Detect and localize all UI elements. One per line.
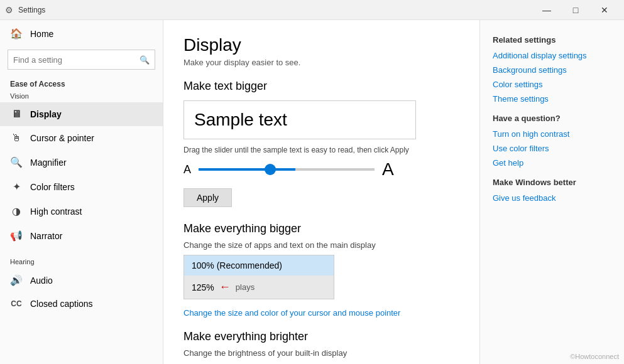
make-everything-brighter-heading: Make everything brighter	[183, 330, 459, 343]
sidebar-item-cursor[interactable]: 🖱 Cursor & pointer	[0, 126, 163, 150]
slider-max-label: A	[382, 159, 394, 179]
page-title: Display	[183, 35, 459, 55]
window-title: Settings	[18, 6, 532, 14]
text-size-slider-row: A A	[183, 159, 459, 179]
home-label: Home	[30, 29, 53, 39]
theme-settings-link[interactable]: Theme settings	[493, 94, 611, 104]
sidebar-item-closed-captions[interactable]: CC Closed captions	[0, 292, 163, 315]
sidebar-color-filters-label: Color filters	[30, 182, 75, 192]
titlebar: ⚙ Settings — □ ✕	[0, 0, 624, 20]
have-question-title: Have a question?	[493, 114, 611, 123]
give-feedback-link[interactable]: Give us feedback	[493, 193, 611, 203]
scale-option-100[interactable]: 100% (Recommended)	[184, 255, 334, 276]
minimize-button[interactable]: —	[532, 0, 561, 20]
close-button[interactable]: ✕	[590, 0, 619, 20]
make-text-bigger-heading: Make text bigger	[183, 80, 459, 93]
slider-min-label: A	[183, 163, 191, 176]
everything-bigger-desc: Change the size of apps and text on the …	[183, 240, 459, 250]
sidebar-magnifier-label: Magnifier	[30, 158, 67, 168]
additional-display-link[interactable]: Additional display settings	[493, 51, 611, 60]
color-filters-icon: ✦	[10, 181, 23, 193]
plays-text: plays	[236, 282, 255, 292]
sidebar-narrator-label: Narrator	[30, 231, 62, 241]
search-icon: 🔍	[134, 55, 155, 65]
background-settings-link[interactable]: Background settings	[493, 65, 611, 75]
sample-text-box: Sample text	[183, 100, 416, 139]
app-icon: ⚙	[5, 5, 13, 15]
cursor-icon: 🖱	[10, 132, 23, 144]
scale-option-125[interactable]: 125% ← plays	[184, 276, 334, 299]
color-settings-link[interactable]: Color settings	[493, 80, 611, 89]
maximize-button[interactable]: □	[561, 0, 590, 20]
sidebar-cursor-label: Cursor & pointer	[30, 133, 94, 143]
brightness-section: Make everything brighter Change the brig…	[183, 330, 459, 364]
sidebar: 🏠 Home 🔍 Ease of Access Vision 🖥 Display…	[0, 20, 163, 364]
arrow-icon: ←	[219, 281, 231, 294]
make-everything-bigger-heading: Make everything bigger	[183, 222, 459, 235]
search-container: 🔍	[8, 50, 155, 70]
display-icon: 🖥	[10, 109, 23, 120]
sidebar-high-contrast-label: High contrast	[30, 206, 82, 217]
sidebar-audio-label: Audio	[30, 276, 53, 286]
sidebar-item-narrator[interactable]: 📢 Narrator	[0, 223, 163, 248]
audio-icon: 🔊	[10, 274, 23, 286]
ease-of-access-label: Ease of Access	[0, 75, 163, 91]
window-controls: — □ ✕	[532, 0, 619, 20]
closed-captions-icon: CC	[10, 299, 23, 308]
high-contrast-icon: ◑	[10, 205, 23, 217]
sidebar-item-audio[interactable]: 🔊 Audio	[0, 268, 163, 292]
make-windows-better-title: Make Windows better	[493, 178, 611, 187]
sidebar-item-color-filters[interactable]: ✦ Color filters	[0, 174, 163, 199]
scale-dropdown: 100% (Recommended) 125% ← plays	[183, 255, 334, 299]
hearing-label: Hearing	[0, 253, 163, 268]
slider-instruction: Drag the slider until the sample text is…	[183, 146, 459, 154]
vision-label: Vision	[0, 91, 163, 102]
turn-on-contrast-link[interactable]: Turn on high contrast	[493, 129, 611, 139]
sidebar-captions-label: Closed captions	[30, 299, 93, 309]
brightness-desc: Change the brightness of your built-in d…	[183, 348, 459, 358]
search-input[interactable]	[8, 55, 134, 65]
home-icon: 🏠	[10, 28, 23, 40]
sidebar-display-label: Display	[30, 109, 62, 119]
right-panel: Related settings Additional display sett…	[479, 20, 624, 364]
related-settings-title: Related settings	[493, 35, 611, 45]
narrator-icon: 📢	[10, 230, 23, 242]
sidebar-item-high-contrast[interactable]: ◑ High contrast	[0, 199, 163, 223]
magnifier-icon: 🔍	[10, 156, 23, 168]
main-content: Display Make your display easier to see.…	[163, 20, 479, 364]
get-help-link[interactable]: Get help	[493, 158, 611, 168]
text-size-slider[interactable]	[199, 168, 375, 171]
sample-text: Sample text	[194, 110, 287, 129]
watermark: ©Howtoconnect	[570, 353, 619, 360]
sidebar-item-magnifier[interactable]: 🔍 Magnifier	[0, 150, 163, 174]
sidebar-home-item[interactable]: 🏠 Home	[0, 20, 163, 47]
cursor-link[interactable]: Change the size and color of your cursor…	[183, 308, 459, 318]
use-color-filters-link[interactable]: Use color filters	[493, 144, 611, 153]
sidebar-item-display[interactable]: 🖥 Display	[0, 102, 163, 126]
page-subtitle: Make your display easier to see.	[183, 58, 459, 67]
apply-button[interactable]: Apply	[183, 188, 232, 207]
